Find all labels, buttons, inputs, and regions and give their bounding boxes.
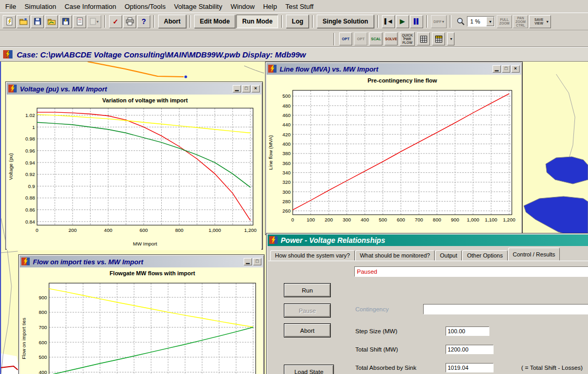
save-case-button[interactable] <box>31 15 44 28</box>
zoom-dropdown-button[interactable]: ▾ <box>486 17 494 26</box>
opt-power-flow-button[interactable]: OPT <box>339 32 352 45</box>
menu-case-information[interactable]: Case Information <box>61 1 121 12</box>
menu-window[interactable]: Window <box>226 1 259 12</box>
run-button[interactable]: Run <box>284 283 331 297</box>
status-text: Paused <box>357 268 377 275</box>
ybus-grid-button[interactable] <box>432 32 445 45</box>
load-state-button[interactable]: Load State <box>284 365 334 374</box>
svg-text:320: 320 <box>282 179 291 185</box>
save-view-label: SAVE VIEW <box>532 18 546 25</box>
abort-button[interactable]: Abort <box>284 323 331 337</box>
menu-options-tools[interactable]: Options/Tools <box>121 1 170 12</box>
app-window: File Simulation Case Information Options… <box>0 0 588 374</box>
quick-power-flow-button[interactable]: QUICK PWR FLOW <box>400 32 415 46</box>
opt-alt-button[interactable]: OPT <box>354 32 367 45</box>
matrix-grid-button[interactable] <box>417 32 430 45</box>
play-icon: ▶ <box>400 19 405 24</box>
minimize-button[interactable]: ▁ <box>233 85 241 92</box>
open-case-button[interactable] <box>17 15 30 28</box>
svg-text:260: 260 <box>282 208 291 214</box>
total-absorbed-label: Total Absorbed by Sink <box>355 365 416 371</box>
svg-text:800: 800 <box>433 217 441 223</box>
ybus-grid-icon <box>435 36 442 43</box>
close-button[interactable]: × <box>511 65 520 73</box>
single-solution-button[interactable]: Single Solution <box>317 15 374 28</box>
more-tools-dropdown[interactable]: ▾ <box>447 32 454 45</box>
quick-power-flow-label: QUICK PWR FLOW <box>400 33 414 44</box>
svg-text:600: 600 <box>397 217 405 223</box>
maximize-button[interactable]: □ <box>253 258 261 265</box>
dropdown-arrow-icon: ▾ <box>450 37 452 41</box>
menu-help[interactable]: Help <box>259 1 281 12</box>
step-size-input[interactable] <box>446 326 489 336</box>
full-zoom-button[interactable]: FULL ZOOM <box>497 15 512 28</box>
maximize-button[interactable]: □ <box>502 65 510 73</box>
svg-text:300: 300 <box>282 189 291 195</box>
validate-case-button[interactable]: ✓ <box>109 15 122 28</box>
dropdown-arrow-icon: ▾ <box>442 19 444 24</box>
printer-icon <box>126 17 134 26</box>
tab-control-results[interactable]: Control / Results <box>508 248 560 261</box>
titlebar-lineflow[interactable]: Line flow (MVA) vs. MW Import ▁ □ × <box>267 63 521 75</box>
pan-zoom-label: PAN ZOOM CTRL <box>513 16 527 27</box>
save-view-button[interactable]: SAVE VIEW ▾ <box>529 15 551 28</box>
svg-text:900: 900 <box>39 295 47 300</box>
menu-simulation[interactable]: Simulation <box>20 1 61 12</box>
recent-cases-button[interactable]: ▾ <box>87 15 101 28</box>
step-back-button[interactable]: ▌◀ <box>382 15 395 28</box>
maximize-button[interactable]: □ <box>242 85 250 92</box>
pause-button[interactable]: Pause <box>284 303 331 318</box>
lineflow-chart-body: 01002003004005006007008009001,0001,1001,… <box>267 75 521 236</box>
save-oneline-button[interactable] <box>59 15 72 28</box>
tab-what-should-be-monitored[interactable]: What should be monitored? <box>355 250 435 261</box>
titlebar-power-voltage[interactable]: Power - Voltage Relationships <box>268 235 588 246</box>
menu-file[interactable]: File <box>1 1 20 12</box>
minimize-button[interactable]: ▁ <box>244 258 252 265</box>
svg-text:1,000: 1,000 <box>467 217 479 223</box>
play-button[interactable]: ▶ <box>396 15 409 28</box>
toolbar-secondary: OPT OPT SCAL SOLVE QUICK PWR FLOW ▾ <box>0 30 588 47</box>
svg-text:480: 480 <box>282 103 291 109</box>
map-bus-dot <box>184 75 187 78</box>
svg-text:0.86: 0.86 <box>26 207 35 213</box>
total-absorbed-note: ( = Total Shift - Losses) <box>521 365 583 371</box>
svg-text:380: 380 <box>282 150 291 156</box>
svg-text:0.84: 0.84 <box>26 219 35 225</box>
help-button[interactable]: ? <box>137 15 150 28</box>
tab-output[interactable]: Output <box>435 250 462 261</box>
tab-how-should-system-vary[interactable]: How should the system vary? <box>270 250 355 261</box>
open-oneline-button[interactable] <box>45 15 58 28</box>
titlebar-voltage[interactable]: Voltage (pu) vs. MW Import ▁ □ × <box>7 83 261 95</box>
pause-icon: ▌▌ <box>414 19 419 24</box>
pause-toolbar-button[interactable]: ▌▌ <box>410 15 423 28</box>
edit-mode-button[interactable]: Edit Mode <box>194 15 235 28</box>
status-box: Paused <box>354 266 588 277</box>
scale-case-button[interactable]: SCAL <box>369 32 382 45</box>
run-mode-button[interactable]: Run Mode <box>236 15 278 28</box>
solve-button[interactable]: SOLVE <box>385 32 398 45</box>
zoom-level-combo[interactable]: 1 % ▾ <box>467 16 495 27</box>
diff-flows-button[interactable]: DIFF ▾ <box>431 15 447 28</box>
log-button[interactable]: Log <box>286 15 309 28</box>
contingency-input[interactable] <box>423 304 588 314</box>
svg-text:Voltage (pu): Voltage (pu) <box>8 153 14 180</box>
titlebar-flowties[interactable]: Flow on import ties vs. MW Import ▁ □ <box>20 256 263 267</box>
total-absorbed-input[interactable] <box>446 363 494 372</box>
toolbar-main: ▾ ✓ ? Abort Edit Mode Run Mode Log Singl… <box>0 13 588 30</box>
svg-text:MW Import: MW Import <box>133 241 158 247</box>
menu-voltage-stability[interactable]: Voltage Stability <box>170 1 226 12</box>
abort-toolbar-button[interactable]: Abort <box>158 15 186 28</box>
close-button[interactable]: × <box>251 85 260 92</box>
aux-script-button[interactable] <box>73 15 86 28</box>
total-shift-input[interactable] <box>446 345 494 354</box>
minimize-button[interactable]: ▁ <box>493 65 501 73</box>
tab-other-options[interactable]: Other Options <box>462 250 507 261</box>
menu-test-stuff[interactable]: Test Stuff <box>281 1 318 12</box>
pan-zoom-ctrl-button[interactable]: PAN ZOOM CTRL <box>513 15 528 28</box>
new-case-button[interactable] <box>3 15 16 28</box>
voltage-chart-body: 02004006008001,0001,2000.840.860.880.90.… <box>7 95 261 250</box>
voltage-chart: 02004006008001,0001,2000.840.860.880.90.… <box>7 95 260 248</box>
dropdown-arrow-icon: ▾ <box>546 19 548 24</box>
toolbar-separator <box>333 33 335 45</box>
print-button[interactable] <box>123 15 136 28</box>
